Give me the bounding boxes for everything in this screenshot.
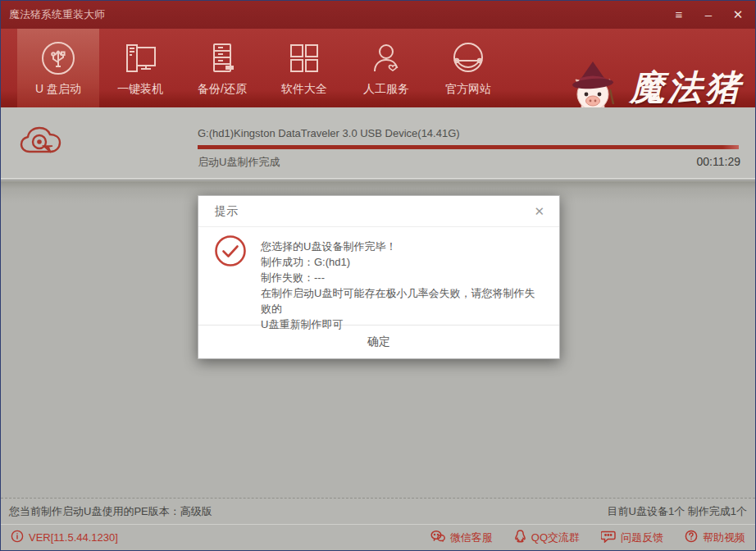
qq-icon	[514, 530, 526, 545]
footer-link-label: QQ交流群	[531, 531, 580, 545]
bottom-bar: VER[11.5.44.1230] 微信客服	[1, 524, 755, 550]
nav-item-software[interactable]: 软件大全	[263, 29, 345, 107]
progress-bar	[198, 145, 739, 149]
usb-icon	[39, 40, 77, 76]
pe-version-text: 您当前制作启动U盘使用的PE版本：高级版	[9, 504, 212, 519]
nav-label: U 盘启动	[35, 82, 81, 97]
dialog-title: 提示	[215, 204, 531, 219]
dialog-message-line: U盘重新制作即可	[261, 316, 543, 332]
dialog-header: 提示 ✕	[198, 196, 559, 227]
app-window: 魔法猪系统重装大师 ≡ – ✕ U 盘启动	[0, 0, 756, 551]
close-icon[interactable]: ✕	[727, 4, 749, 25]
nav-item-backup-restore[interactable]: 备份/还原	[181, 29, 263, 107]
footer-links: 微信客服 QQ交流群	[430, 530, 745, 545]
nav-label: 备份/还原	[198, 82, 247, 97]
cloud-disc-icon	[19, 121, 63, 165]
nav-label: 软件大全	[281, 82, 327, 97]
help-icon	[685, 530, 698, 545]
progress-section: G:(hd1)Kingston DataTraveler 3.0 USB Dev…	[1, 107, 755, 180]
nav-item-support[interactable]: 人工服务	[345, 29, 427, 107]
completion-dialog: 提示 ✕ 您选择的U盘设备制作完毕！ 制作成功：G:(hd1) 制作失败：---…	[198, 195, 560, 359]
window-controls: ≡ – ✕	[668, 1, 749, 29]
wechat-support-link[interactable]: 微信客服	[430, 530, 493, 545]
ok-button[interactable]: 确定	[335, 330, 423, 354]
status-bar: 您当前制作启动U盘使用的PE版本：高级版 目前U盘设备1个 制作完成1个	[1, 498, 755, 524]
feedback-bubble-icon	[601, 530, 616, 545]
nav-label: 官方网站	[445, 82, 491, 97]
brand-name-cn: 魔法猪	[630, 71, 747, 105]
dialog-message-line: 您选择的U盘设备制作完毕！	[261, 239, 543, 254]
feedback-link[interactable]: 问题反馈	[601, 530, 663, 545]
footer-link-label: 微信客服	[450, 531, 493, 545]
info-icon	[11, 530, 24, 545]
dialog-body: 您选择的U盘设备制作完毕！ 制作成功：G:(hd1) 制作失败：--- 在制作启…	[198, 227, 559, 325]
nav-label: 人工服务	[363, 82, 409, 97]
footer-link-label: 问题反馈	[621, 531, 663, 545]
help-video-link[interactable]: 帮助视频	[685, 530, 745, 545]
wechat-icon	[430, 530, 445, 545]
success-check-icon	[213, 234, 248, 271]
version-info: VER[11.5.44.1230]	[11, 530, 118, 545]
nav-label: 一键装机	[117, 82, 163, 97]
software-grid-icon	[285, 40, 323, 76]
dialog-message-line: 制作失败：---	[261, 270, 543, 285]
dialog-message-line: 制作成功：G:(hd1)	[261, 254, 543, 270]
app-title: 魔法猪系统重装大师	[9, 7, 105, 22]
nav-item-one-key-install[interactable]: 一键装机	[99, 29, 181, 107]
progress-status-text: 启动U盘制作完成	[198, 155, 280, 170]
minimize-icon[interactable]: –	[698, 4, 719, 25]
computer-icon	[121, 40, 159, 76]
globe-icon	[449, 40, 487, 76]
menu-icon[interactable]: ≡	[668, 4, 690, 25]
version-text: VER[11.5.44.1230]	[29, 531, 118, 544]
backup-icon	[203, 40, 241, 76]
person-icon	[367, 40, 405, 76]
footer-link-label: 帮助视频	[703, 531, 745, 545]
nav-item-official-site[interactable]: 官方网站	[427, 29, 509, 107]
usb-device-label: G:(hd1)Kingston DataTraveler 3.0 USB Dev…	[198, 127, 460, 139]
main-nav: U 盘启动 一键装机 备份/	[1, 29, 755, 107]
device-count-text: 目前U盘设备1个 制作完成1个	[608, 504, 747, 519]
progress-bar-fill	[198, 145, 739, 149]
dialog-message-line: 在制作启动U盘时可能存在极小几率会失败，请您将制作失败的	[261, 285, 543, 316]
elapsed-timer: 00:11:29	[697, 155, 740, 168]
dialog-close-icon[interactable]: ✕	[531, 203, 548, 221]
qq-group-link[interactable]: QQ交流群	[514, 530, 580, 545]
title-bar: 魔法猪系统重装大师 ≡ – ✕	[1, 1, 755, 29]
nav-item-usb-boot[interactable]: U 盘启动	[17, 29, 99, 107]
